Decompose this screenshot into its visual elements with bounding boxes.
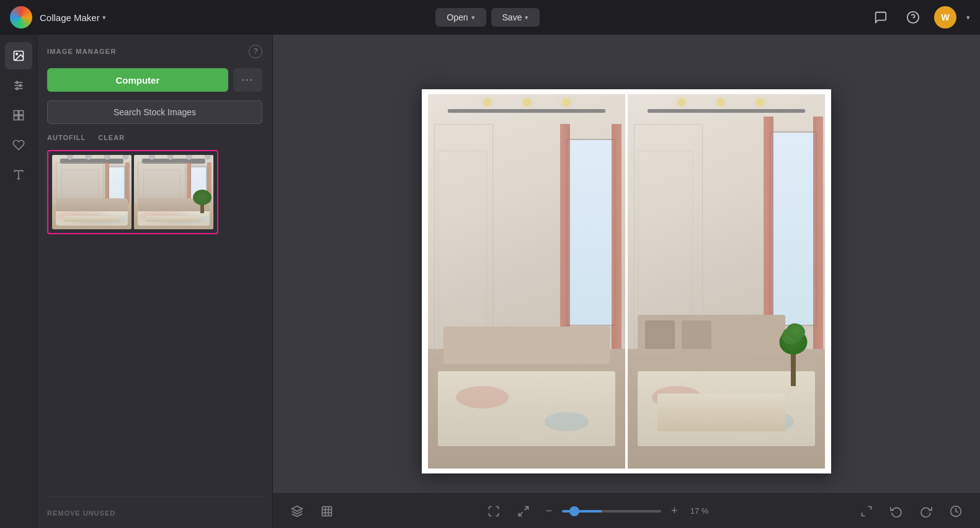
collage-canvas [422,89,831,473]
sidebar-header: IMAGE MANAGER ? [47,45,262,58]
image-manager-panel: IMAGE MANAGER ? Computer ··· Search Stoc… [37,35,273,528]
sofa-1 [56,198,127,212]
svg-point-7 [16,81,17,83]
save-button[interactable]: Save ▾ [491,8,540,27]
app-name-label: Collage Maker [40,12,100,23]
zoom-slider-container [562,510,661,513]
computer-upload-button[interactable]: Computer [47,68,228,92]
upload-row: Computer ··· [47,68,262,92]
fit-canvas-button[interactable] [855,499,878,523]
svg-point-3 [16,53,17,55]
autofill-button[interactable]: AUTOFILL [47,134,86,141]
thumbnail-grid [47,150,218,234]
svg-rect-10 [14,111,18,115]
app-name-button[interactable]: Collage Maker ▾ [40,12,106,23]
topbar-center: Open ▾ Save ▾ [114,8,862,27]
history-button[interactable] [944,499,968,523]
plant-2 [197,191,207,213]
app-logo[interactable] [10,6,32,29]
open-label: Open [447,12,468,22]
icon-rail [0,35,37,528]
save-label: Save [502,12,522,22]
svg-point-8 [19,84,20,86]
zoom-minus-button[interactable]: − [541,504,556,517]
topbar-right: W ▾ [870,6,970,29]
zoom-slider[interactable] [562,510,661,513]
canvas-area[interactable]: − + 17 % [273,35,980,528]
toolbar-left [285,499,339,523]
chat-icon-button[interactable] [870,6,892,29]
svg-marker-16 [292,506,303,511]
help-icon-button[interactable] [902,6,924,29]
fit-button[interactable] [315,499,339,523]
sidebar-title: IMAGE MANAGER [47,48,117,55]
sidebar-footer: REMOVE UNUSED [47,496,262,518]
rail-layout-button[interactable] [5,102,32,129]
topbar: Collage Maker ▾ Open ▾ Save ▾ W ▾ [0,0,980,35]
redo-button[interactable] [914,499,938,523]
collage-panel-left[interactable] [428,94,625,469]
layers-button[interactable] [285,499,309,523]
thumbnail-2[interactable] [134,155,213,229]
thumbnail-1[interactable] [52,155,131,229]
fullscreen-button[interactable] [512,499,535,523]
svg-rect-17 [323,506,332,516]
fit-screen-button[interactable] [482,499,506,523]
remove-unused-button[interactable]: REMOVE UNUSED [47,509,115,517]
rail-images-button[interactable] [5,42,32,69]
search-stock-images-button[interactable]: Search Stock Images [47,100,262,124]
svg-rect-11 [19,111,23,115]
svg-rect-12 [14,116,18,120]
table-1 [64,216,120,222]
zoom-percentage: 17 % [688,506,711,516]
svg-point-9 [16,87,17,89]
open-chevron: ▾ [471,14,475,22]
rail-adjustments-button[interactable] [5,72,32,99]
sidebar-help-button[interactable]: ? [249,45,262,58]
main-layout: IMAGE MANAGER ? Computer ··· Search Stoc… [0,35,980,528]
toolbar-right [855,499,968,523]
rail-text-button[interactable] [5,161,32,188]
save-chevron: ▾ [525,14,528,22]
svg-rect-13 [19,116,23,120]
avatar-chevron[interactable]: ▾ [966,14,970,22]
autofill-row: AUTOFILL CLEAR [47,134,262,141]
avatar[interactable]: W [934,6,956,29]
undo-button[interactable] [884,499,908,523]
toolbar-center: − + 17 % [339,499,855,523]
rail-graphics-button[interactable] [5,131,32,159]
clear-button[interactable]: CLEAR [98,134,125,141]
open-button[interactable]: Open ▾ [435,8,486,27]
avatar-initial: W [941,12,949,22]
app-name-chevron: ▾ [102,14,106,22]
zoom-plus-button[interactable]: + [667,504,682,517]
more-options-button[interactable]: ··· [233,68,262,92]
table-2 [146,216,202,222]
collage-panel-right[interactable] [628,94,825,469]
bottom-toolbar: − + 17 % [273,493,980,528]
